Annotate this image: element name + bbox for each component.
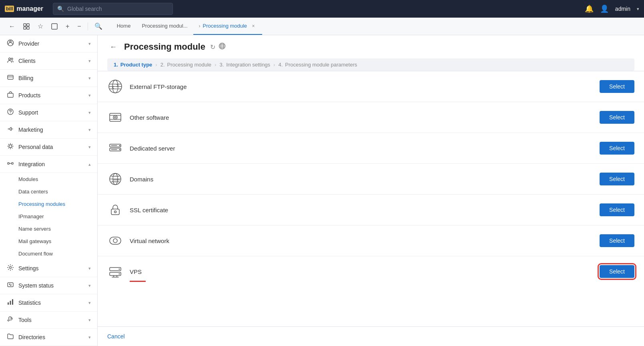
sidebar-system-status-label: System status (18, 282, 84, 289)
svg-point-52 (114, 211, 116, 213)
sidebar-subitem-ipmanager[interactable]: IPmanager (0, 210, 97, 223)
sidebar-integration-label: Integration (18, 161, 84, 167)
sidebar-item-integration[interactable]: Integration ▴ (0, 156, 97, 173)
step-arrow-2: › (215, 62, 216, 68)
sidebar-subitem-data-centers[interactable]: Data centers (0, 185, 97, 198)
sidebar-subitem-name-servers[interactable]: Name servers (0, 223, 97, 235)
cancel-button[interactable]: Cancel (107, 332, 125, 341)
tab-processing-module-active[interactable]: › Processing module × (193, 18, 263, 35)
sidebar-item-marketing[interactable]: Marketing ▾ (0, 121, 97, 139)
ssl-label: SSL certificate (130, 207, 593, 213)
admin-chevron-icon[interactable]: ▾ (637, 6, 639, 12)
sidebar-item-support[interactable]: Support ▾ (0, 104, 97, 121)
svg-rect-9 (8, 75, 13, 79)
page-refresh-icon[interactable]: ↻ (210, 43, 215, 51)
subitem-data-centers-label: Data centers (18, 189, 48, 195)
list-item-dedicated: Dedicated server Select (98, 133, 644, 164)
toolbar: ← ☆ + − 🔍 Home Processing modul... › Pro… (0, 18, 644, 35)
admin-label[interactable]: admin (615, 6, 630, 12)
sidebar-clients-label: Clients (18, 58, 84, 64)
svg-rect-15 (8, 163, 9, 164)
sidebar-item-clients[interactable]: Clients ▾ (0, 52, 97, 70)
notifications-icon[interactable]: 🔔 (585, 4, 594, 13)
select-vnet-button[interactable]: Select (600, 234, 634, 247)
list-item-software: Other software Select (98, 102, 644, 133)
vnet-label: Virtual network (130, 237, 593, 244)
tab-processing-modules[interactable]: Processing modul... (136, 18, 193, 35)
subitem-processing-modules-label: Processing modules (18, 201, 65, 207)
step-4[interactable]: 4. Processing module parameters (278, 62, 357, 68)
sidebar-settings-label: Settings (18, 265, 84, 272)
sidebar-item-settings[interactable]: Settings ▾ (0, 260, 97, 277)
svg-line-22 (11, 285, 12, 286)
select-ftp-button[interactable]: Select (600, 80, 634, 93)
svg-rect-36 (110, 113, 121, 121)
remove-tab-button[interactable]: − (75, 21, 83, 32)
product-type-list: External FTP-storage Select Other softwa… (98, 71, 644, 326)
step-2-label: Processing module (167, 62, 212, 68)
sidebar-statistics-label: Statistics (18, 300, 84, 306)
select-software-button[interactable]: Select (600, 111, 634, 124)
grid-button[interactable] (21, 22, 32, 31)
sidebar-item-provider[interactable]: Provider ▾ (0, 35, 97, 52)
svg-rect-16 (12, 163, 13, 164)
select-dedicated-button[interactable]: Select (600, 142, 634, 155)
tab-home[interactable]: Home (111, 18, 136, 35)
system-status-chevron-icon: ▾ (88, 283, 91, 288)
sidebar-products-label: Products (18, 92, 84, 99)
svg-point-58 (119, 274, 120, 275)
sidebar-item-statistics[interactable]: Statistics ▾ (0, 294, 97, 312)
user-avatar-icon[interactable]: 👤 (600, 4, 609, 13)
subitem-ipmanager-label: IPmanager (18, 213, 44, 219)
svg-rect-53 (110, 237, 121, 244)
page-back-button[interactable]: ← (107, 42, 119, 52)
sidebar-item-directories[interactable]: Directories ▾ (0, 329, 97, 346)
page-title: Processing module (124, 42, 205, 52)
search-input[interactable] (67, 6, 169, 12)
page-header: ← Processing module ↻ 1. Product type › … (98, 35, 644, 71)
step-3[interactable]: 3. Integration settings (219, 62, 270, 68)
sidebar-item-system-status[interactable]: System status ▾ (0, 277, 97, 294)
select-ssl-button[interactable]: Select (600, 203, 634, 216)
global-search-bar[interactable]: 🔍 (53, 3, 173, 15)
toolbar-divider (88, 22, 88, 30)
svg-point-14 (9, 145, 12, 148)
marketing-icon (6, 125, 14, 134)
select-domains-button[interactable]: Select (600, 173, 634, 185)
select-vps-button[interactable]: Select (600, 265, 634, 278)
back-button[interactable]: ← (6, 21, 18, 32)
star-button[interactable]: ☆ (35, 21, 46, 32)
svg-rect-0 (24, 24, 26, 26)
sidebar-item-tools[interactable]: Tools ▾ (0, 312, 97, 329)
directories-icon (6, 333, 14, 342)
sidebar-personal-data-label: Personal data (18, 144, 84, 150)
sidebar-item-personal-data[interactable]: Personal data ▾ (0, 139, 97, 156)
sidebar-subitem-modules[interactable]: Modules (0, 173, 97, 185)
search-icon: 🔍 (57, 6, 64, 12)
tabs-bar: Home Processing modul... › Processing mo… (111, 18, 262, 35)
cancel-bar: Cancel (98, 326, 644, 346)
sidebar-item-products[interactable]: Products ▾ (0, 87, 97, 104)
svg-rect-1 (27, 24, 29, 26)
subitem-name-servers-label: Name servers (18, 226, 51, 232)
add-tab-button[interactable]: + (63, 21, 72, 32)
sidebar-subitem-processing-modules[interactable]: Processing modules (0, 198, 97, 210)
subitem-document-flow-label: Document flow (18, 251, 53, 257)
step-1[interactable]: 1. Product type (114, 62, 152, 68)
ftp-icon (107, 78, 123, 95)
sidebar-subitem-mail-gateways[interactable]: Mail gateways (0, 235, 97, 247)
page-globe-icon[interactable] (219, 42, 226, 51)
step-2[interactable]: 2. Processing module (160, 62, 211, 68)
logo-text: manager (16, 5, 43, 12)
sidebar-item-billing[interactable]: Billing ▾ (0, 70, 97, 87)
tools-icon (6, 316, 14, 324)
svg-rect-24 (10, 301, 11, 305)
box-button[interactable] (49, 22, 60, 31)
app-logo[interactable]: billmanager (5, 5, 43, 12)
sidebar-subitem-document-flow[interactable]: Document flow (0, 247, 97, 260)
personal-data-icon (6, 143, 14, 151)
step-1-number: 1. (114, 62, 118, 68)
toolbar-search-button[interactable]: 🔍 (92, 21, 105, 32)
main-layout: Provider ▾ Clients ▾ Billing ▾ Products … (0, 35, 644, 346)
tab-close-icon[interactable]: × (250, 23, 257, 29)
